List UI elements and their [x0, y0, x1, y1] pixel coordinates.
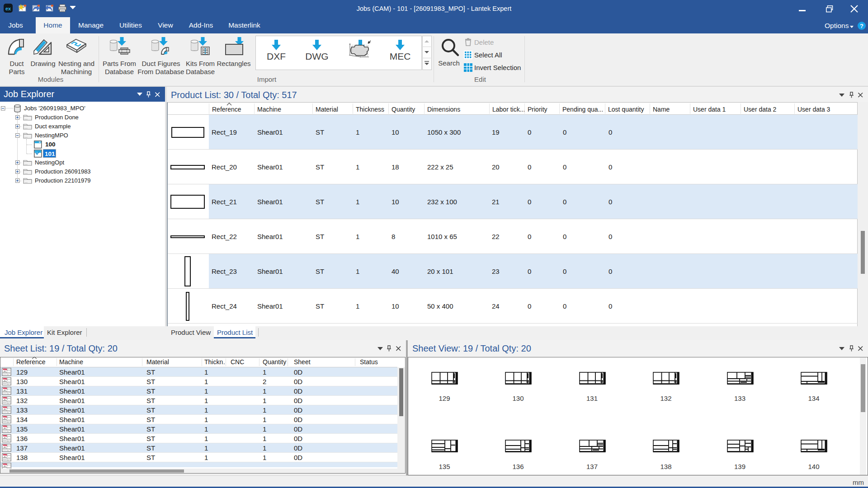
- svg-text:?: ?: [860, 23, 863, 29]
